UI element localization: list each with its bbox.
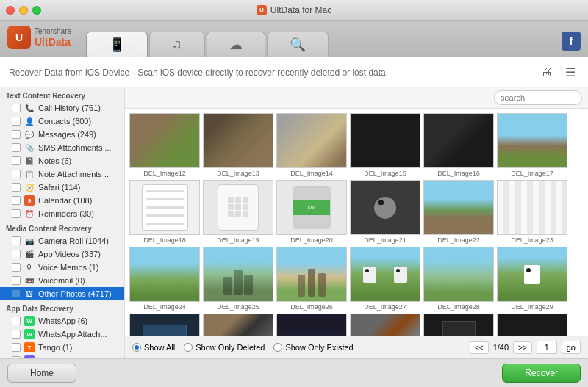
checkbox-safari[interactable] bbox=[12, 183, 21, 192]
facebook-button[interactable]: f bbox=[562, 32, 581, 51]
list-item[interactable]: DEL_Image25 bbox=[203, 247, 273, 311]
list-item[interactable]: call DEL_Image20 bbox=[276, 180, 347, 244]
checkbox-other-photos[interactable] bbox=[12, 289, 21, 298]
close-button[interactable] bbox=[6, 6, 15, 15]
list-item[interactable]: DEL_Image22 bbox=[423, 180, 494, 244]
checkbox-voicemail[interactable] bbox=[12, 276, 21, 285]
photo-thumbnail[interactable] bbox=[423, 113, 494, 168]
sidebar-item-tango[interactable]: T Tango (1) bbox=[0, 341, 124, 354]
checkbox-contacts[interactable] bbox=[12, 117, 21, 126]
radio-show-deleted[interactable]: Show Only Deleted bbox=[184, 343, 265, 352]
checkbox-calendar[interactable] bbox=[12, 196, 21, 205]
list-item[interactable]: DEL_Image12 bbox=[129, 113, 200, 177]
sidebar-item-safari[interactable]: 🧭 Safari (114) bbox=[0, 181, 124, 194]
sidebar-item-contacts[interactable]: 👤 Contacts (600) bbox=[0, 115, 124, 128]
list-item[interactable]: DEL_Image17 bbox=[497, 113, 567, 177]
checkbox-call-history[interactable] bbox=[12, 104, 21, 112]
photo-thumbnail[interactable] bbox=[203, 247, 273, 302]
list-item[interactable]: DEL_Image13 bbox=[203, 113, 273, 177]
photo-thumbnail[interactable] bbox=[276, 314, 347, 336]
go-button[interactable]: go bbox=[562, 341, 581, 354]
tab-device[interactable]: 📱 bbox=[86, 32, 148, 57]
photo-thumbnail[interactable] bbox=[129, 247, 200, 302]
list-item[interactable]: DEL_Image27 bbox=[350, 247, 420, 311]
list-item[interactable]: DEL_Image31 bbox=[203, 314, 273, 336]
sidebar-item-messages[interactable]: 💬 Messages (249) bbox=[0, 128, 124, 141]
photo-thumbnail[interactable] bbox=[497, 247, 567, 302]
photo-thumbnail[interactable] bbox=[203, 314, 273, 336]
sidebar-item-app-videos[interactable]: 🎬 App Videos (337) bbox=[0, 247, 124, 261]
photo-thumbnail[interactable]: 📺 bbox=[129, 314, 200, 336]
photo-thumbnail[interactable] bbox=[350, 314, 420, 336]
photo-thumbnail[interactable] bbox=[423, 247, 494, 302]
photo-thumbnail[interactable] bbox=[350, 180, 420, 235]
photo-thumbnail[interactable] bbox=[129, 113, 200, 168]
photo-thumbnail[interactable] bbox=[350, 247, 420, 302]
sidebar-item-whatsapp-attach[interactable]: W WhatsApp Attach... bbox=[0, 328, 124, 341]
tab-search[interactable]: 🔍 bbox=[267, 32, 329, 57]
checkbox-tango[interactable] bbox=[12, 343, 21, 352]
sidebar-item-sms-attachments[interactable]: 📎 SMS Attachments ... bbox=[0, 141, 124, 154]
sidebar-item-voicemail[interactable]: 📼 Voicemail (0) bbox=[0, 274, 124, 287]
list-item[interactable]: DEL_Image15 bbox=[350, 113, 420, 177]
list-item[interactable]: 📖 DEL_Image34 bbox=[423, 314, 494, 336]
photo-thumbnail[interactable] bbox=[276, 247, 347, 302]
print-button[interactable]: 🖨 bbox=[538, 63, 556, 81]
sidebar-item-voice-memos[interactable]: 🎙 Voice Memos (1) bbox=[0, 261, 124, 274]
photo-thumbnail[interactable] bbox=[203, 113, 273, 168]
sidebar-item-calendar[interactable]: 9 Calendar (108) bbox=[0, 194, 124, 207]
sidebar-item-note-attachments[interactable]: 📋 Note Attachments ... bbox=[0, 167, 124, 181]
next-page-button[interactable]: >> bbox=[513, 341, 532, 354]
list-item[interactable]: DEL_Image24 bbox=[129, 247, 200, 311]
list-item[interactable]: DEL_Image19 bbox=[203, 180, 273, 244]
list-item[interactable]: 📺 DEL_Image30 bbox=[129, 314, 200, 336]
list-item[interactable]: DEL_Image14 bbox=[276, 113, 347, 177]
tab-cloud[interactable]: ☁ bbox=[207, 32, 265, 57]
checkbox-videos[interactable] bbox=[12, 250, 21, 258]
checkbox-messages[interactable] bbox=[12, 130, 21, 139]
sidebar-item-notes[interactable]: 📓 Notes (6) bbox=[0, 154, 124, 167]
list-item[interactable]: DEL_Image29 bbox=[497, 247, 567, 311]
checkbox-voice[interactable] bbox=[12, 263, 21, 272]
prev-page-button[interactable]: << bbox=[470, 341, 489, 354]
tab-music[interactable]: ♫ bbox=[149, 32, 205, 57]
photo-thumbnail[interactable] bbox=[497, 180, 567, 235]
checkbox-camera[interactable] bbox=[12, 236, 21, 245]
list-item[interactable]: DEL_Image33 bbox=[350, 314, 420, 336]
list-item[interactable]: DEL_Image28 bbox=[423, 247, 494, 311]
checkbox-sms[interactable] bbox=[12, 143, 21, 152]
list-item[interactable] bbox=[497, 314, 567, 336]
photo-thumbnail[interactable] bbox=[423, 180, 494, 235]
maximize-button[interactable] bbox=[32, 6, 41, 15]
photo-thumbnail[interactable]: call bbox=[276, 180, 347, 235]
photo-thumbnail[interactable] bbox=[129, 180, 200, 235]
checkbox-notes[interactable] bbox=[12, 156, 21, 165]
sidebar-item-call-history[interactable]: 📞 Call History (761) bbox=[0, 101, 124, 115]
photo-thumbnail[interactable] bbox=[350, 113, 420, 168]
search-input[interactable] bbox=[494, 90, 582, 105]
radio-show-all[interactable]: Show All bbox=[132, 343, 175, 352]
home-button[interactable]: Home bbox=[7, 364, 76, 383]
checkbox-note-attach[interactable] bbox=[12, 170, 21, 178]
sidebar-item-whatsapp[interactable]: W WhatsApp (6) bbox=[0, 314, 124, 328]
sidebar-item-camera-roll[interactable]: 📷 Camera Roll (1044) bbox=[0, 234, 124, 247]
list-item[interactable]: DEL_Image18 bbox=[129, 180, 200, 244]
list-item[interactable]: DEL_Image26 bbox=[276, 247, 347, 311]
photo-thumbnail[interactable] bbox=[497, 314, 567, 336]
list-item[interactable]: DEL_Image32 bbox=[276, 314, 347, 336]
photo-thumbnail[interactable] bbox=[276, 113, 347, 168]
sidebar-item-reminders[interactable]: ⏰ Reminders (30) bbox=[0, 207, 124, 220]
photo-thumbnail[interactable]: 📖 bbox=[423, 314, 494, 336]
checkbox-reminders[interactable] bbox=[12, 209, 21, 218]
photo-thumbnail[interactable] bbox=[497, 113, 567, 168]
photo-thumbnail[interactable] bbox=[203, 180, 273, 235]
recover-button[interactable]: Recover bbox=[502, 364, 581, 383]
page-number-input[interactable] bbox=[537, 341, 557, 354]
minimize-button[interactable] bbox=[19, 6, 28, 15]
checkbox-whatsapp-attach[interactable] bbox=[12, 330, 21, 339]
checkbox-whatsapp[interactable] bbox=[12, 317, 21, 325]
list-item[interactable]: DEL_Image16 bbox=[423, 113, 494, 177]
sidebar-item-other-photos[interactable]: 🖼 Other Photos (4717) bbox=[0, 287, 124, 300]
radio-show-existed[interactable]: Show Only Existed bbox=[273, 343, 353, 352]
list-item[interactable]: DEL_Image23 bbox=[497, 180, 567, 244]
